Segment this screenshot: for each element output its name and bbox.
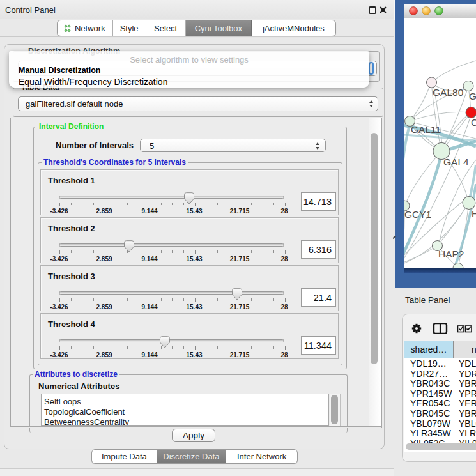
svg-text:GAL11: GAL11	[411, 124, 441, 135]
svg-text:GCY1: GCY1	[404, 209, 431, 220]
svg-text:GAL4: GAL4	[443, 157, 469, 167]
svg-text:HAP2: HAP2	[438, 249, 464, 259]
svg-text:GA: GA	[469, 91, 476, 102]
svg-text:H: H	[472, 208, 476, 219]
svg-text:C: C	[471, 117, 476, 128]
svg-text:GAL80: GAL80	[433, 87, 464, 98]
